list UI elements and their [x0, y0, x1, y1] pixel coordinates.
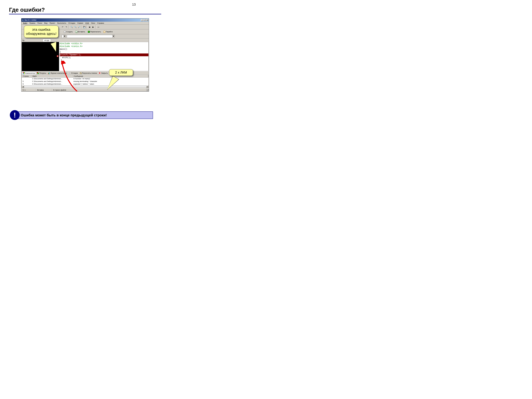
- compiler-icon: [23, 72, 25, 74]
- log-icon: [48, 72, 50, 74]
- tab-close[interactable]: ✖Закрыть: [98, 72, 109, 74]
- resources-icon: [37, 72, 39, 74]
- window-title: Dev-C++ 4.9.9.2: [25, 19, 36, 21]
- create-button[interactable]: Создать: [63, 31, 74, 33]
- tab-log[interactable]: Журнал компиляции: [47, 72, 68, 74]
- menu-view[interactable]: Вид: [43, 22, 49, 24]
- scroll-right-icon[interactable]: ▶: [146, 86, 148, 88]
- error-row[interactable]: 6C:\Documents and Settings\Administr...e…: [22, 83, 148, 86]
- menu-search[interactable]: Поиск: [36, 22, 43, 24]
- chevron-down-icon: ▼: [112, 35, 114, 38]
- file-tabbar: Пр et.cpp: [21, 38, 149, 42]
- status-line-count: 8 строк в файле: [52, 89, 146, 91]
- maximize-button[interactable]: □: [143, 19, 146, 21]
- debug-icon: ✓: [69, 72, 70, 74]
- tab-resources[interactable]: Ресурсы: [36, 72, 47, 74]
- menu-project[interactable]: Проект: [48, 22, 56, 24]
- error-marker-icon[interactable]: ✖: [57, 55, 58, 57]
- goto-icon: [104, 31, 105, 33]
- tab-compiler[interactable]: Компилятор: [22, 72, 36, 75]
- prev-icon[interactable]: ◀: [88, 25, 91, 29]
- file-tab-active[interactable]: et.cpp: [43, 39, 51, 42]
- menu-help[interactable]: Справка: [96, 22, 105, 24]
- replace-icon[interactable]: 🔎: [77, 25, 81, 29]
- error-grid-body: C:\Documents and Settings\Administr...In…: [22, 77, 148, 86]
- app-icon: DEV: [22, 19, 24, 21]
- insert-icon: [76, 31, 77, 33]
- menu-cvs[interactable]: CVS: [84, 22, 90, 24]
- menu-service[interactable]: Сервис: [76, 22, 84, 24]
- menu-window[interactable]: Окно: [90, 22, 96, 24]
- menubar: Файл Правка Поиск Вид Проект Выполнить О…: [21, 22, 149, 25]
- create-icon: [64, 31, 66, 33]
- close-button[interactable]: ✕: [146, 19, 148, 21]
- redo-icon[interactable]: ↷: [65, 25, 68, 29]
- note-icon: !: [10, 110, 20, 120]
- search-icon: [80, 72, 81, 74]
- callout-double-click: 2 х ЛКМ: [109, 69, 133, 76]
- callout-error-found-here: эта ошибка обнаружена здесь!: [24, 25, 58, 38]
- save-icon[interactable]: 💾: [82, 25, 86, 29]
- status-cursor-pos: 5: 1: [21, 89, 36, 91]
- menu-file[interactable]: Файл: [22, 22, 28, 24]
- find-icon[interactable]: 🔍: [70, 25, 73, 29]
- scroll-left-icon[interactable]: ◀: [22, 86, 24, 88]
- sidebar-tab-label[interactable]: Пр: [22, 39, 24, 42]
- titlebar[interactable]: DEV Dev-C++ 4.9.9.2 _ □ ✕: [21, 19, 149, 22]
- find-next-icon[interactable]: 🔍: [74, 25, 77, 29]
- bookmark-icon[interactable]: ▭: [96, 25, 100, 29]
- code-area[interactable]: #include <stdio.h> #include <conio.h> ma…: [59, 42, 148, 71]
- menu-run[interactable]: Выполнить: [56, 22, 67, 24]
- switch-button[interactable]: Переключить: [87, 31, 102, 33]
- editor[interactable]: ✖ #include <stdio.h> #include <conio.h> …: [22, 42, 149, 71]
- error-row[interactable]: 5C:\Documents and Settings\Administr...m…: [22, 80, 148, 83]
- tab-debug[interactable]: ✓Отладка: [68, 72, 79, 75]
- error-line[interactable]: printf("Привет!);: [60, 53, 148, 56]
- page-number: 13: [132, 3, 136, 6]
- resize-grip-icon[interactable]: [146, 89, 149, 91]
- dropdown-scope[interactable]: ▼: [62, 35, 66, 38]
- menu-debug[interactable]: Отладка: [67, 22, 76, 24]
- col-file[interactable]: Файл: [32, 75, 73, 77]
- col-line[interactable]: Строка: [22, 75, 32, 77]
- note-box: Ошибка может быть в конце предыдущей стр…: [17, 111, 153, 119]
- undo-icon[interactable]: ↶: [61, 25, 64, 29]
- statusbar: 5: 1 Вставка 8 строк в файле: [21, 89, 149, 91]
- horizontal-scrollbar[interactable]: ◀ ▶: [22, 86, 148, 88]
- next-icon[interactable]: ▶: [91, 25, 95, 29]
- page-title: Где ошибки?: [9, 7, 45, 13]
- switch-icon: [88, 31, 90, 33]
- close-icon: ✖: [99, 72, 101, 74]
- dropdown-symbol[interactable]: ▼: [67, 35, 115, 38]
- insert-button[interactable]: Вставить: [75, 31, 86, 33]
- tab-results[interactable]: Результаты поиска: [79, 72, 98, 74]
- minimize-button[interactable]: _: [141, 19, 143, 21]
- status-insert-mode: Вставка: [36, 89, 52, 91]
- menu-edit[interactable]: Правка: [28, 22, 36, 24]
- chevron-down-icon: ▼: [63, 35, 66, 38]
- error-row[interactable]: C:\Documents and Settings\Administr...In…: [22, 77, 148, 80]
- goto-button[interactable]: Перейти: [103, 31, 114, 33]
- title-rule: [9, 14, 161, 14]
